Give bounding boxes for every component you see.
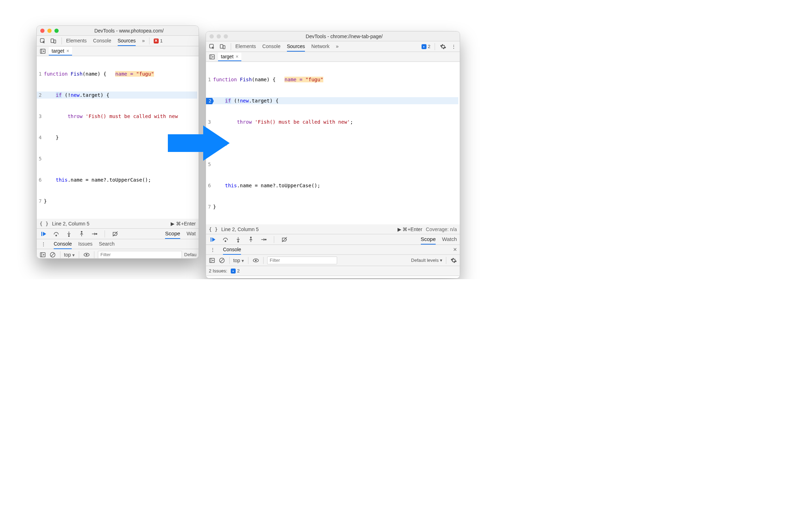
debugger-toolbar: Scope Watch xyxy=(206,234,460,245)
close-dot[interactable] xyxy=(210,34,214,39)
step-icon[interactable] xyxy=(260,236,267,243)
devtools-toolbar: Elements Console Sources Network » ▪2 ⋮ xyxy=(206,41,460,52)
device-toggle-icon[interactable] xyxy=(49,37,57,45)
context-selector[interactable]: top▼ xyxy=(64,252,75,258)
clear-console-icon[interactable] xyxy=(49,251,57,259)
more-icon[interactable]: ⋮ xyxy=(450,43,458,51)
step-into-icon[interactable] xyxy=(234,236,242,243)
message-icon: ▪ xyxy=(422,44,426,49)
file-tab-target[interactable]: target × xyxy=(49,47,72,55)
svg-rect-24 xyxy=(223,46,225,49)
console-settings-icon[interactable] xyxy=(450,257,458,264)
titlebar: DevTools - chrome://new-tab-page/ xyxy=(206,31,460,41)
editor-statusbar: { }Line 2, Column 5 ▶ ⌘+EnterCoverage: n… xyxy=(206,224,460,234)
close-drawer-icon[interactable]: × xyxy=(453,246,457,253)
sources-tabbar: target × xyxy=(37,46,199,56)
blue-arrow-annotation xyxy=(168,124,231,163)
step-over-icon[interactable] xyxy=(222,236,229,243)
settings-icon[interactable] xyxy=(439,43,447,51)
tab-overflow[interactable]: » xyxy=(336,41,339,52)
svg-rect-1 xyxy=(51,39,54,43)
drawer-tabs: ⋮ Console × xyxy=(206,245,460,255)
tab-network[interactable]: Network xyxy=(311,41,329,52)
issues-bar[interactable]: 2 Issues: ▪2 xyxy=(206,266,460,276)
console-sidebar-icon[interactable] xyxy=(208,257,216,264)
live-expression-icon[interactable] xyxy=(83,251,90,259)
log-levels[interactable]: Default levels ▾ xyxy=(411,258,442,263)
debugger-toolbar: Scope Wat xyxy=(37,229,199,239)
clear-console-icon[interactable] xyxy=(218,257,226,264)
error-badge[interactable]: ✕ 1 xyxy=(154,38,163,43)
inspect-icon[interactable] xyxy=(208,43,216,51)
tab-scope[interactable]: Scope xyxy=(165,229,180,239)
console-output[interactable]: ›name ‹·'fugu' ›new.target ‹· ƒ Fish(nam… xyxy=(206,276,460,278)
context-selector[interactable]: top▼ xyxy=(233,258,245,263)
console-toolbar: top▼ Defau xyxy=(37,249,199,259)
close-dot[interactable] xyxy=(40,29,45,33)
tab-drawer-console[interactable]: Console xyxy=(54,239,72,249)
tab-watch[interactable]: Wat xyxy=(187,229,196,239)
log-levels[interactable]: Defau xyxy=(184,252,196,257)
traffic-lights xyxy=(40,29,59,33)
svg-point-20 xyxy=(86,254,88,255)
resume-icon[interactable] xyxy=(209,236,217,243)
step-into-icon[interactable] xyxy=(65,230,73,238)
step-out-icon[interactable] xyxy=(78,230,86,238)
zoom-dot[interactable] xyxy=(224,34,228,39)
live-expression-icon[interactable] xyxy=(252,257,260,264)
tab-console[interactable]: Console xyxy=(262,41,280,52)
more-icon[interactable]: ⋮ xyxy=(209,246,217,254)
step-out-icon[interactable] xyxy=(247,236,255,243)
minimize-dot[interactable] xyxy=(47,29,52,33)
more-icon[interactable]: ⋮ xyxy=(40,240,47,248)
tab-drawer-search[interactable]: Search xyxy=(99,239,114,249)
tab-overflow[interactable]: » xyxy=(142,36,145,46)
console-filter[interactable] xyxy=(267,257,337,264)
deactivate-breakpoints-icon[interactable] xyxy=(111,230,119,238)
tab-elements[interactable]: Elements xyxy=(66,36,87,46)
svg-rect-2 xyxy=(54,40,56,43)
tab-watch[interactable]: Watch xyxy=(442,234,457,245)
filter-input[interactable] xyxy=(267,257,337,264)
message-icon: ▪ xyxy=(231,269,236,273)
svg-point-31 xyxy=(238,241,239,242)
tab-elements[interactable]: Elements xyxy=(235,41,256,52)
device-toggle-icon[interactable] xyxy=(219,43,226,51)
file-tab-target[interactable]: target × xyxy=(218,53,241,61)
close-icon[interactable]: × xyxy=(66,48,69,54)
deactivate-breakpoints-icon[interactable] xyxy=(281,236,288,243)
coverage-info: Coverage: n/a xyxy=(426,226,457,232)
inspect-icon[interactable] xyxy=(39,37,47,45)
close-icon[interactable]: × xyxy=(236,54,239,59)
minimize-dot[interactable] xyxy=(217,34,221,39)
show-navigator-icon[interactable] xyxy=(208,53,216,61)
drawer-tabs: ⋮ Console Issues Search xyxy=(37,239,199,249)
run-snippet[interactable]: ▶ ⌘+Enter xyxy=(171,221,196,226)
svg-point-42 xyxy=(255,259,257,261)
show-navigator-icon[interactable] xyxy=(39,47,47,55)
messages-badge[interactable]: ▪2 xyxy=(422,44,430,49)
sources-tabbar: target × xyxy=(206,52,460,62)
filter-input[interactable] xyxy=(98,251,182,259)
tab-sources[interactable]: Sources xyxy=(118,36,136,46)
tab-drawer-console[interactable]: Console xyxy=(223,245,241,255)
tab-drawer-issues[interactable]: Issues xyxy=(78,239,92,249)
editor-statusbar: { }Line 2, Column 5 ▶ ⌘+Enter xyxy=(37,219,199,229)
console-toolbar: top▼ Default levels ▾ xyxy=(206,255,460,266)
console-sidebar-icon[interactable] xyxy=(39,251,47,259)
svg-point-7 xyxy=(56,235,57,236)
step-icon[interactable] xyxy=(90,230,98,238)
code-editor[interactable]: 1function Fish(name) { name = "fugu" 2 i… xyxy=(206,62,460,224)
tab-sources[interactable]: Sources xyxy=(287,41,305,52)
run-snippet[interactable]: ▶ ⌘+Enter xyxy=(398,226,423,232)
panel-tabs: Elements Console Sources Network » xyxy=(235,41,339,52)
zoom-dot[interactable] xyxy=(54,29,59,33)
tab-scope[interactable]: Scope xyxy=(421,234,436,245)
svg-rect-5 xyxy=(41,232,42,236)
cursor-position: Line 2, Column 5 xyxy=(221,226,259,232)
tab-console[interactable]: Console xyxy=(93,36,111,46)
resume-icon[interactable] xyxy=(40,230,47,238)
svg-point-29 xyxy=(225,241,226,242)
console-filter[interactable] xyxy=(98,251,182,259)
step-over-icon[interactable] xyxy=(52,230,60,238)
